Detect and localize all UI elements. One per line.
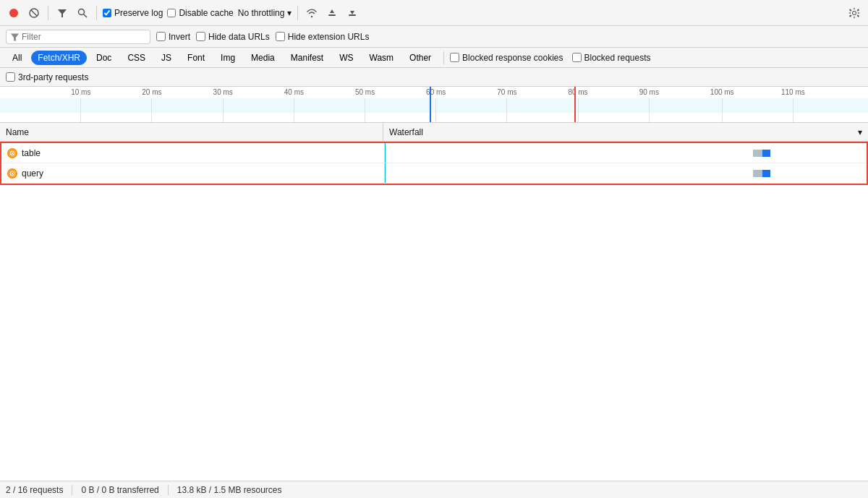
throttle-label: No throttling — [238, 8, 285, 18]
table-row[interactable]: table — [1, 143, 867, 163]
stop-recording-button[interactable] — [6, 5, 22, 21]
waterfall-sort-icon: ▾ — [858, 127, 862, 137]
hide-extension-urls-checkbox[interactable] — [276, 32, 285, 41]
timeline-tick: 90 ms — [639, 87, 659, 122]
disable-cache-checkbox-label[interactable]: Disable cache — [167, 8, 233, 18]
filter-font-button[interactable]: Font — [181, 51, 211, 65]
timeline-tick: 70 ms — [497, 87, 516, 122]
column-headers: Name Waterfall ▾ — [0, 123, 868, 142]
tick-line — [365, 98, 365, 122]
blocked-response-cookies-checkbox[interactable] — [450, 53, 459, 62]
hide-data-urls-label: Hide data URLs — [208, 32, 270, 42]
filter-input-wrap[interactable] — [6, 30, 150, 44]
filter-img-button[interactable]: Img — [214, 51, 242, 65]
tick-label: 100 ms — [710, 87, 734, 96]
filter-wasm-button[interactable]: Wasm — [363, 51, 401, 65]
blocked-response-cookies-label[interactable]: Blocked response cookies — [450, 53, 563, 63]
third-party-checkbox-label[interactable]: 3rd-party requests — [6, 72, 88, 82]
blocked-requests-text: Blocked requests — [584, 53, 651, 63]
filter-doc-button[interactable]: Doc — [90, 51, 118, 65]
filter-ws-button[interactable]: WS — [333, 51, 359, 65]
network-conditions-button[interactable] — [304, 5, 320, 21]
tick-line — [578, 98, 579, 122]
preserve-log-checkbox[interactable] — [103, 9, 111, 17]
preserve-log-checkbox-label[interactable]: Preserve log — [103, 8, 163, 18]
third-party-bar: 3rd-party requests — [0, 68, 868, 87]
dom-content-loaded-marker — [430, 87, 431, 122]
tick-label: 50 ms — [355, 87, 375, 96]
filter-css-button[interactable]: CSS — [121, 51, 152, 65]
table-waterfall-cell — [385, 143, 867, 163]
svg-line-5 — [84, 14, 88, 17]
tick-label: 70 ms — [497, 87, 516, 96]
waterfall-column-label: Waterfall — [389, 127, 423, 137]
filter-fetch-xhr-button[interactable]: Fetch/XHR — [31, 51, 87, 65]
blocked-requests-checkbox[interactable] — [572, 53, 582, 62]
tick-line — [649, 98, 650, 122]
timeline-tick: 40 ms — [284, 87, 304, 122]
tick-line — [294, 98, 294, 122]
waterfall-column-header[interactable]: Waterfall ▾ — [383, 123, 868, 141]
blocked-requests-label[interactable]: Blocked requests — [572, 53, 651, 63]
tick-label: 90 ms — [639, 87, 659, 96]
hide-extension-urls-checkbox-label[interactable]: Hide extension URLs — [276, 32, 370, 42]
load-marker — [574, 87, 576, 122]
disable-cache-checkbox[interactable] — [167, 9, 176, 17]
selected-rows-group: table query — [0, 142, 868, 185]
settings-button[interactable] — [846, 5, 862, 21]
throttle-selector[interactable]: No throttling ▾ — [238, 8, 292, 18]
search-button[interactable] — [75, 5, 90, 21]
type-filter-bar: All Fetch/XHR Doc CSS JS Font Img Media … — [0, 48, 868, 68]
network-list[interactable]: table query — [0, 142, 868, 481]
table-waterfall-bar — [753, 150, 770, 157]
svg-marker-11 — [11, 33, 19, 40]
tick-label: 110 ms — [781, 87, 805, 96]
invert-checkbox[interactable] — [156, 32, 166, 41]
timeline-tick: 110 ms — [781, 87, 805, 122]
table-bar-receiving — [762, 150, 770, 157]
hide-data-urls-checkbox[interactable] — [196, 32, 205, 41]
filter-all-button[interactable]: All — [6, 51, 28, 65]
filter-manifest-button[interactable]: Manifest — [284, 51, 330, 65]
import-har-button[interactable] — [344, 5, 360, 21]
waterfall-vertical-line — [385, 143, 386, 163]
tick-line — [151, 98, 152, 122]
filter-input[interactable] — [22, 32, 145, 42]
waterfall-vertical-line-2 — [385, 163, 386, 183]
timeline-tick: 20 ms — [142, 87, 161, 122]
filter-other-button[interactable]: Other — [403, 51, 438, 65]
disable-cache-label: Disable cache — [179, 8, 233, 18]
svg-marker-3 — [58, 9, 67, 17]
empty-area — [0, 185, 868, 402]
filter-js-button[interactable]: JS — [155, 51, 178, 65]
svg-point-0 — [9, 9, 18, 17]
tick-label: 20 ms — [142, 87, 161, 96]
filter-button[interactable] — [54, 5, 70, 21]
timeline-header: 10 ms20 ms30 ms40 ms50 ms60 ms70 ms80 ms… — [0, 87, 868, 123]
tick-label: 10 ms — [71, 87, 90, 96]
svg-line-2 — [31, 10, 37, 16]
export-har-button[interactable] — [324, 5, 340, 21]
resources-status: 13.8 kB / 1.5 MB resources — [177, 485, 291, 495]
clear-button[interactable] — [26, 5, 42, 21]
xhr-icon-query — [7, 168, 17, 179]
third-party-checkbox[interactable] — [6, 72, 15, 82]
invert-checkbox-label[interactable]: Invert — [156, 32, 190, 42]
table-bar-waiting — [753, 150, 762, 157]
timeline-tick: 50 ms — [355, 87, 375, 122]
query-waterfall-cell — [385, 163, 867, 183]
query-row[interactable]: query — [1, 163, 867, 184]
hide-data-urls-checkbox-label[interactable]: Hide data URLs — [196, 32, 270, 42]
table-name-cell: table — [1, 143, 385, 163]
tick-line — [80, 98, 81, 122]
query-name-cell: query — [1, 163, 385, 183]
blocked-response-cookies-text: Blocked response cookies — [462, 53, 563, 63]
name-column-header[interactable]: Name — [0, 123, 383, 141]
filter-media-button[interactable]: Media — [244, 51, 281, 65]
tick-label: 80 ms — [568, 87, 587, 96]
transferred-status: 0 B / 0 B transferred — [81, 485, 168, 495]
status-bar: 2 / 16 requests 0 B / 0 B transferred 13… — [0, 481, 868, 498]
tick-label: 40 ms — [284, 87, 304, 96]
third-party-label: 3rd-party requests — [18, 72, 88, 82]
type-sep — [443, 51, 444, 64]
